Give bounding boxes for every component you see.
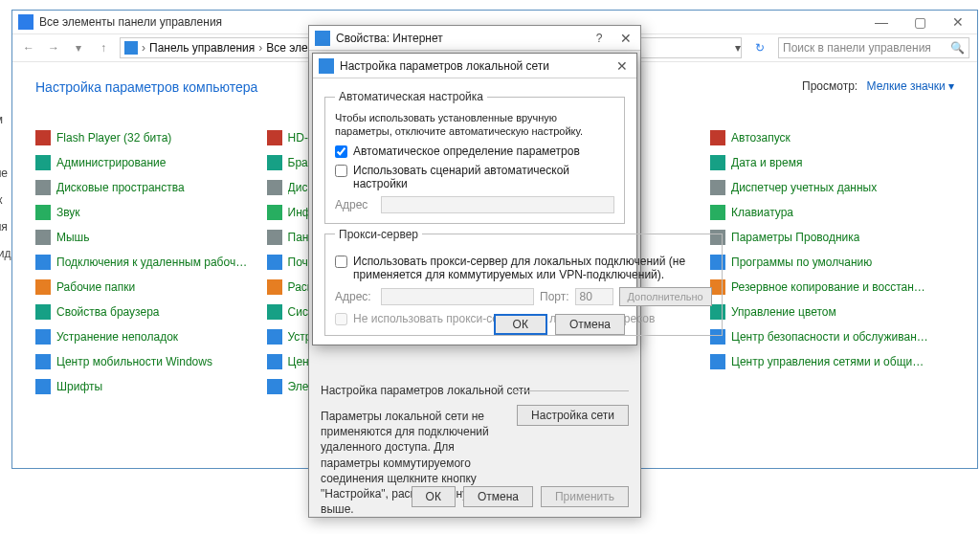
cp-item-icon [267,180,282,195]
cp-item[interactable]: Дата и время [710,152,954,173]
view-value[interactable]: Мелкие значки ▾ [867,79,954,93]
close-button[interactable]: ✕ [939,11,977,33]
use-script-label: Использовать сценарий автоматической нас… [353,164,614,190]
cp-item-icon [267,329,282,345]
maximize-button[interactable]: ▢ [901,11,939,33]
cp-item[interactable]: Резервное копирование и восстан… [710,277,954,298]
cp-item[interactable]: Автозапуск [710,127,954,148]
refresh-icon[interactable]: ↻ [749,37,770,58]
script-address-label: Адрес [335,198,375,211]
cp-item[interactable]: Подключения к удаленным рабоч… [35,252,252,273]
cp-item-icon [710,205,725,220]
auto-detect-row[interactable]: Автоматическое определение параметров [335,145,614,158]
cp-item-label: Администрирование [56,156,166,169]
cp-item-icon [35,379,51,394]
cp-item[interactable]: Flash Player (32 бита) [35,127,252,148]
proxy-address-input [381,288,534,305]
lan-settings-button[interactable]: Настройка сети [517,405,629,426]
control-panel-icon [124,41,138,55]
cp-item[interactable]: Рабочие папки [35,277,252,298]
cp-item[interactable]: Устранение неполадок [35,326,252,347]
cp-item-label: Программы по умолчанию [731,256,872,269]
close-icon[interactable]: ✕ [608,58,636,74]
view-label: Просмотр: [802,79,858,93]
cancel-button[interactable]: Отмена [463,486,533,507]
cp-item-icon [35,155,51,170]
cp-item-icon [35,354,51,369]
cp-item[interactable]: Управление цветом [710,301,954,323]
help-icon[interactable]: ? [587,32,612,45]
gutter-fragment: о [0,274,11,287]
cp-item[interactable]: Звук [35,202,252,223]
cp-item[interactable]: Диспетчер учетных данных [710,177,954,198]
control-panel-icon [18,14,33,30]
cp-column-4: АвтозапускДата и времяДиспетчер учетных … [710,127,954,397]
cp-item[interactable]: Дисковые пространства [35,177,252,198]
cp-item[interactable]: Параметры Проводника [710,227,954,248]
gutter-fragment: з [0,140,11,153]
cp-item[interactable]: Шрифты [35,376,252,397]
nav-forward-icon[interactable]: → [45,39,62,56]
cp-item-label: Автозапуск [731,131,791,145]
lan-settings-group-label: Настройка параметров локальной сети [321,384,629,397]
cp-item-label: Управление цветом [731,305,836,319]
addr-dropdown-icon[interactable]: ▾ [735,41,741,55]
cp-item[interactable]: Программы по умолчанию [710,252,954,273]
crumb-1[interactable]: Панель управления [149,41,255,55]
cp-column-1: Flash Player (32 бита)АдминистрированиеД… [35,127,252,397]
nav-up-icon[interactable]: ↑ [95,39,112,56]
bypass-local-checkbox [335,313,347,325]
inet-footer: ОК Отмена Применить [412,486,629,507]
cp-item-icon [267,255,282,270]
nav-history-icon[interactable]: ▾ [70,39,87,56]
cp-item[interactable]: Центр управления сетями и общи… [710,351,954,372]
ok-button[interactable]: ОК [412,486,456,507]
proxy-port-input [575,288,613,305]
cp-item-icon [267,354,282,369]
cp-item-icon [710,180,725,195]
cp-item-label: Диспетчер учетных данных [731,181,877,194]
lan-body: Автоматическая настройка Чтобы использов… [313,78,636,344]
cp-item-icon [35,130,51,145]
cp-item-label: Свойства браузера [56,305,160,319]
auto-config-group: Автоматическая настройка Чтобы использов… [324,90,625,224]
search-icon: 🔍 [950,41,965,55]
close-icon[interactable]: ✕ [612,31,640,46]
crumb-sep: › [258,41,262,55]
script-address-input [381,196,614,213]
search-placeholder: Поиск в панели управления [783,41,931,55]
use-script-checkbox[interactable] [335,165,347,177]
cp-item-icon [35,255,51,270]
cp-item[interactable]: Администрирование [35,152,252,173]
cp-item-icon [267,279,282,295]
cp-item-icon [35,205,51,220]
auto-detect-checkbox[interactable] [335,145,347,158]
cancel-button[interactable]: Отмена [555,314,625,335]
cp-item-label: Подключения к удаленным рабоч… [56,256,247,269]
cp-item[interactable]: Мышь [35,227,252,248]
cp-item-label: Flash Player (32 бита) [56,131,171,145]
proxy-address-row: Адрес: Порт: Дополнительно [335,287,712,306]
cp-item-icon [35,230,51,245]
cp-item[interactable]: Центр безопасности и обслуживан… [710,326,954,347]
search-input[interactable]: Поиск в панели управления 🔍 [778,37,969,58]
cp-item-icon [267,230,282,245]
apply-button[interactable]: Применить [541,486,629,507]
cp-item[interactable]: Клавиатура [710,202,954,223]
nav-back-icon[interactable]: ← [20,39,37,56]
view-selector[interactable]: Просмотр: Мелкие значки ▾ [802,79,954,93]
lan-title: Настройка параметров локальной сети [340,59,608,73]
lan-footer: ОК Отмена [494,314,625,335]
cp-item[interactable]: Центр мобильности Windows [35,351,252,372]
ok-button[interactable]: ОК [494,314,547,335]
minimize-button[interactable]: — [862,11,901,33]
internet-icon [315,31,330,46]
cp-item-icon [267,205,282,220]
use-proxy-row[interactable]: Использовать прокси-сервер для локальных… [335,255,712,281]
use-script-row[interactable]: Использовать сценарий автоматической нас… [335,164,614,190]
proxy-port-label: Порт: [540,290,569,303]
use-proxy-checkbox[interactable] [335,256,347,268]
lan-titlebar: Настройка параметров локальной сети ✕ [313,54,636,78]
cp-item[interactable]: Свойства браузера [35,301,252,323]
gutter-fragment: ем [0,113,11,126]
